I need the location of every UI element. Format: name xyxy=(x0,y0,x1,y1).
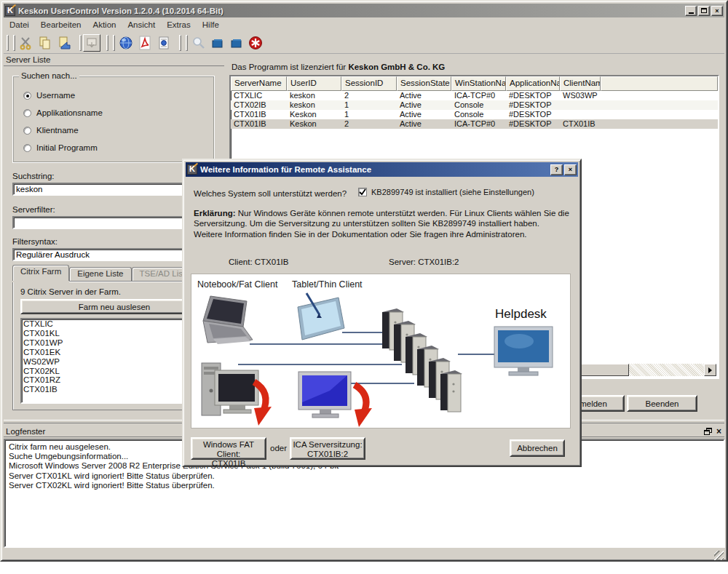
table-row[interactable]: CTX01IB Keskon 1 Active Console #DESKTOP xyxy=(231,110,718,119)
minimize-button[interactable] xyxy=(685,6,697,16)
beenden-button[interactable]: Beenden xyxy=(627,395,697,412)
app-icon: K xyxy=(5,6,15,16)
radio-applikationsname[interactable]: Applikationsname xyxy=(23,108,103,117)
list-item[interactable]: CTX01RZ xyxy=(22,375,207,385)
menu-bearbeiten[interactable]: Bearbeiten xyxy=(35,20,87,30)
cell: #DESKTOP xyxy=(506,110,560,119)
connect-session-icon[interactable] xyxy=(208,33,227,52)
resize-grip[interactable] xyxy=(714,551,724,560)
radio-initial-programm-circle[interactable] xyxy=(23,144,31,152)
farm-refresh-button[interactable]: Farm neu auslesen xyxy=(20,299,208,314)
list-item[interactable]: CTX01WP xyxy=(22,338,207,348)
ica-session-button-line2: CTX01IB:2 xyxy=(291,450,364,459)
or-label: oder xyxy=(270,444,287,453)
cell xyxy=(560,100,601,110)
search-group: Suchen nach... Username Applikationsname… xyxy=(12,76,215,163)
column-header[interactable]: UserID xyxy=(287,76,341,91)
cell: CTX01IB xyxy=(560,119,601,129)
list-item[interactable]: CTX01EK xyxy=(22,348,207,357)
list-item[interactable]: CTX02KL xyxy=(22,367,207,376)
abort-icon[interactable] xyxy=(246,33,265,52)
log-caption-text: Logfenster xyxy=(6,427,45,436)
dialog-question: Welches System soll unterstützt werden? xyxy=(194,189,347,198)
radio-username[interactable]: Username xyxy=(23,91,75,100)
list-item[interactable]: CTX01KL xyxy=(22,329,207,338)
column-header[interactable]: ClientName xyxy=(560,76,601,91)
dialog-help-button[interactable]: ? xyxy=(550,164,563,175)
tab-citrix-farm[interactable]: Citrix Farm xyxy=(12,265,69,281)
menu-hilfe[interactable]: Hilfe xyxy=(197,20,225,30)
column-header[interactable]: ServerName xyxy=(231,76,287,91)
radio-applikationsname-label: Applikationsname xyxy=(36,108,103,117)
radio-username-circle[interactable] xyxy=(23,92,31,100)
menu-datei[interactable]: Datei xyxy=(4,20,35,30)
radio-applikationsname-circle[interactable] xyxy=(23,109,31,117)
close-panel-icon[interactable]: × xyxy=(716,428,721,435)
client-text: Client: CTX01IB xyxy=(229,258,288,266)
license-text: Das Programm ist lizenziert für Keskon G… xyxy=(232,63,445,71)
search-group-title: Suchen nach... xyxy=(19,71,79,80)
check-icon xyxy=(358,188,367,196)
scroll-right-button[interactable] xyxy=(704,364,716,376)
tablet-label: Tablet/Thin Client xyxy=(292,279,363,290)
farm-count-text: 9 Citrix Server in der Farm. xyxy=(20,287,121,296)
cell xyxy=(560,110,601,119)
menu-aktion[interactable]: Aktion xyxy=(87,20,122,30)
menu-extras[interactable]: Extras xyxy=(161,20,197,30)
menu-ansicht[interactable]: Ansicht xyxy=(122,20,161,30)
dialog-title: Weitere Information für Remote Assistanc… xyxy=(200,165,371,174)
copy-icon[interactable] xyxy=(36,33,55,52)
column-header[interactable]: SessionID xyxy=(341,76,397,91)
dialog-close-button[interactable]: × xyxy=(564,164,577,175)
ica-session-button[interactable]: ICA Serversitzung: CTX01IB:2 xyxy=(290,437,365,460)
tablet-graphic xyxy=(298,293,344,340)
table-row[interactable]: CTXLIC keskon 2 Active ICA-TCP#0 #DESKTO… xyxy=(231,91,718,100)
paste-icon[interactable] xyxy=(55,33,74,52)
maximize-button[interactable] xyxy=(698,6,710,16)
cell: 2 xyxy=(341,119,397,129)
cell: #DESKTOP xyxy=(506,100,560,110)
license-prefix: Das Programm ist lizenziert für xyxy=(232,63,348,71)
kb-checkbox[interactable] xyxy=(358,188,367,196)
list-item[interactable]: CTXLIC xyxy=(22,319,207,329)
cut-icon[interactable] xyxy=(17,33,36,52)
kb-checkbox-row[interactable]: KB2899749 ist installiert (siehe Einstel… xyxy=(358,188,534,196)
list-item[interactable]: CTX01IB xyxy=(22,385,207,394)
server-listbox[interactable]: CTXLIC CTX01KL CTX01WP CTX01EK WS02WP CT… xyxy=(20,318,208,404)
close-button[interactable]: × xyxy=(711,6,723,16)
radio-klientname[interactable]: Klientname xyxy=(23,126,79,135)
list-item[interactable]: WS02WP xyxy=(22,357,207,367)
radio-username-label: Username xyxy=(36,91,75,100)
app-window: K Keskon UserControl Version 1.2.0.4 (10… xyxy=(0,0,728,562)
fat-client-button-line2: CTX01IB xyxy=(192,459,265,469)
pdf-icon[interactable] xyxy=(135,33,154,52)
report-document-icon[interactable] xyxy=(154,33,173,52)
session-table-header: ServerName UserID SessionID SessionState… xyxy=(231,76,718,91)
tab-eigene-liste[interactable]: Eigene Liste xyxy=(69,267,131,281)
cell: ICA-TCP#0 xyxy=(451,91,506,100)
radio-klientname-label: Klientname xyxy=(36,126,79,135)
radio-klientname-circle[interactable] xyxy=(23,127,31,135)
explanation-label: Erklärung: xyxy=(194,209,236,218)
column-header[interactable]: SessionState xyxy=(397,76,451,91)
title-bar: K Keskon UserControl Version 1.2.0.4 (10… xyxy=(4,4,724,17)
cell: CTX01IB xyxy=(231,119,287,129)
toolbar-grip[interactable] xyxy=(7,35,9,51)
cell: Active xyxy=(397,119,451,129)
toolbar xyxy=(4,32,724,54)
column-header[interactable]: ApplicationName xyxy=(506,76,560,91)
radio-initial-programm[interactable]: Initial Programm xyxy=(23,143,98,152)
table-row[interactable]: CTX02IB keskon 1 Active Console #DESKTOP xyxy=(231,100,718,110)
cell: 2 xyxy=(341,91,397,100)
float-panel-icon[interactable] xyxy=(704,428,712,435)
connect-server-icon[interactable] xyxy=(227,33,246,52)
fat-client-button[interactable]: Windows FAT Client: CTX01IB xyxy=(191,437,266,460)
abbrechen-button[interactable]: Abbrechen xyxy=(510,439,565,457)
cell: Keskon xyxy=(287,110,341,119)
column-header[interactable]: WinStationName xyxy=(451,76,506,91)
table-row-selected[interactable]: CTX01IB Keskon 2 Active ICA-TCP#0 #DESKT… xyxy=(231,119,718,129)
toolbar-grip-5 xyxy=(113,35,115,51)
web-globe-icon[interactable] xyxy=(116,33,135,52)
send-button-disabled xyxy=(83,34,100,52)
cell: Console xyxy=(451,110,506,119)
